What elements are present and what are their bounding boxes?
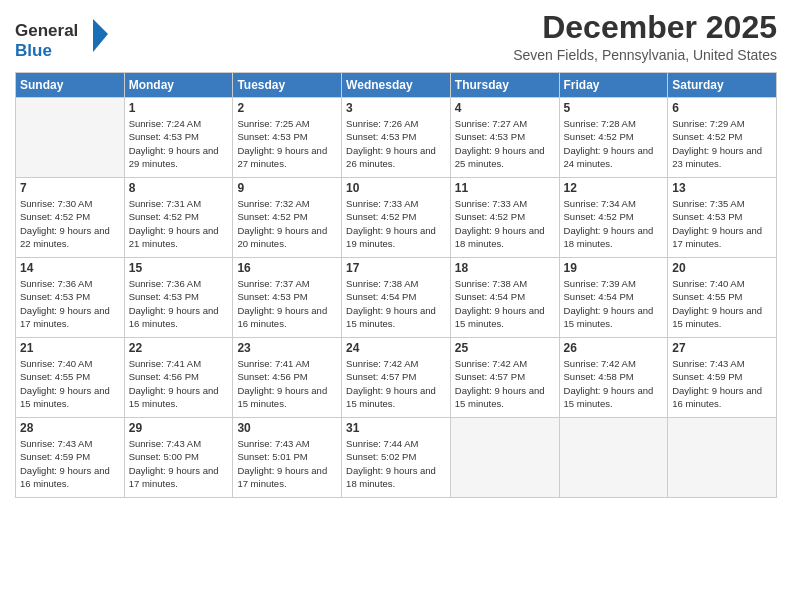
day-number: 19 <box>564 261 664 275</box>
day-info: Sunrise: 7:24 AMSunset: 4:53 PMDaylight:… <box>129 117 229 170</box>
svg-marker-2 <box>93 19 108 52</box>
day-number: 23 <box>237 341 337 355</box>
calendar-week-4: 21Sunrise: 7:40 AMSunset: 4:55 PMDayligh… <box>16 338 777 418</box>
title-block: December 2025 Seven Fields, Pennsylvania… <box>513 10 777 63</box>
day-info: Sunrise: 7:35 AMSunset: 4:53 PMDaylight:… <box>672 197 772 250</box>
location: Seven Fields, Pennsylvania, United State… <box>513 47 777 63</box>
day-info: Sunrise: 7:28 AMSunset: 4:52 PMDaylight:… <box>564 117 664 170</box>
calendar-cell <box>668 418 777 498</box>
day-number: 20 <box>672 261 772 275</box>
day-number: 25 <box>455 341 555 355</box>
calendar-cell: 5Sunrise: 7:28 AMSunset: 4:52 PMDaylight… <box>559 98 668 178</box>
day-number: 14 <box>20 261 120 275</box>
day-number: 29 <box>129 421 229 435</box>
calendar-cell: 3Sunrise: 7:26 AMSunset: 4:53 PMDaylight… <box>342 98 451 178</box>
day-info: Sunrise: 7:39 AMSunset: 4:54 PMDaylight:… <box>564 277 664 330</box>
calendar-cell: 29Sunrise: 7:43 AMSunset: 5:00 PMDayligh… <box>124 418 233 498</box>
day-info: Sunrise: 7:43 AMSunset: 5:01 PMDaylight:… <box>237 437 337 490</box>
day-info: Sunrise: 7:33 AMSunset: 4:52 PMDaylight:… <box>346 197 446 250</box>
col-wednesday: Wednesday <box>342 73 451 98</box>
header-row: Sunday Monday Tuesday Wednesday Thursday… <box>16 73 777 98</box>
day-info: Sunrise: 7:27 AMSunset: 4:53 PMDaylight:… <box>455 117 555 170</box>
col-monday: Monday <box>124 73 233 98</box>
day-number: 7 <box>20 181 120 195</box>
day-info: Sunrise: 7:42 AMSunset: 4:58 PMDaylight:… <box>564 357 664 410</box>
day-info: Sunrise: 7:43 AMSunset: 4:59 PMDaylight:… <box>672 357 772 410</box>
day-number: 5 <box>564 101 664 115</box>
day-number: 15 <box>129 261 229 275</box>
day-info: Sunrise: 7:26 AMSunset: 4:53 PMDaylight:… <box>346 117 446 170</box>
calendar-cell: 4Sunrise: 7:27 AMSunset: 4:53 PMDaylight… <box>450 98 559 178</box>
calendar-week-5: 28Sunrise: 7:43 AMSunset: 4:59 PMDayligh… <box>16 418 777 498</box>
day-number: 8 <box>129 181 229 195</box>
calendar-table: Sunday Monday Tuesday Wednesday Thursday… <box>15 72 777 498</box>
day-number: 28 <box>20 421 120 435</box>
calendar-cell: 31Sunrise: 7:44 AMSunset: 5:02 PMDayligh… <box>342 418 451 498</box>
day-number: 2 <box>237 101 337 115</box>
day-number: 11 <box>455 181 555 195</box>
col-saturday: Saturday <box>668 73 777 98</box>
logo: General Blue <box>15 14 110 66</box>
calendar-cell: 27Sunrise: 7:43 AMSunset: 4:59 PMDayligh… <box>668 338 777 418</box>
calendar-cell: 16Sunrise: 7:37 AMSunset: 4:53 PMDayligh… <box>233 258 342 338</box>
calendar-cell: 24Sunrise: 7:42 AMSunset: 4:57 PMDayligh… <box>342 338 451 418</box>
day-info: Sunrise: 7:38 AMSunset: 4:54 PMDaylight:… <box>455 277 555 330</box>
logo-text: General Blue <box>15 14 110 66</box>
calendar-cell: 17Sunrise: 7:38 AMSunset: 4:54 PMDayligh… <box>342 258 451 338</box>
day-number: 27 <box>672 341 772 355</box>
day-info: Sunrise: 7:38 AMSunset: 4:54 PMDaylight:… <box>346 277 446 330</box>
calendar-cell: 11Sunrise: 7:33 AMSunset: 4:52 PMDayligh… <box>450 178 559 258</box>
day-info: Sunrise: 7:41 AMSunset: 4:56 PMDaylight:… <box>129 357 229 410</box>
calendar-cell: 22Sunrise: 7:41 AMSunset: 4:56 PMDayligh… <box>124 338 233 418</box>
calendar-cell: 28Sunrise: 7:43 AMSunset: 4:59 PMDayligh… <box>16 418 125 498</box>
svg-text:Blue: Blue <box>15 41 52 60</box>
day-info: Sunrise: 7:43 AMSunset: 5:00 PMDaylight:… <box>129 437 229 490</box>
calendar-cell: 10Sunrise: 7:33 AMSunset: 4:52 PMDayligh… <box>342 178 451 258</box>
day-info: Sunrise: 7:25 AMSunset: 4:53 PMDaylight:… <box>237 117 337 170</box>
day-info: Sunrise: 7:40 AMSunset: 4:55 PMDaylight:… <box>672 277 772 330</box>
day-info: Sunrise: 7:37 AMSunset: 4:53 PMDaylight:… <box>237 277 337 330</box>
col-thursday: Thursday <box>450 73 559 98</box>
day-number: 24 <box>346 341 446 355</box>
day-info: Sunrise: 7:29 AMSunset: 4:52 PMDaylight:… <box>672 117 772 170</box>
day-number: 12 <box>564 181 664 195</box>
page-container: General Blue December 2025 Seven Fields,… <box>0 0 792 508</box>
day-number: 22 <box>129 341 229 355</box>
calendar-week-3: 14Sunrise: 7:36 AMSunset: 4:53 PMDayligh… <box>16 258 777 338</box>
day-number: 13 <box>672 181 772 195</box>
day-info: Sunrise: 7:31 AMSunset: 4:52 PMDaylight:… <box>129 197 229 250</box>
day-number: 10 <box>346 181 446 195</box>
calendar-cell <box>450 418 559 498</box>
day-number: 1 <box>129 101 229 115</box>
calendar-cell: 2Sunrise: 7:25 AMSunset: 4:53 PMDaylight… <box>233 98 342 178</box>
day-number: 21 <box>20 341 120 355</box>
calendar-cell: 30Sunrise: 7:43 AMSunset: 5:01 PMDayligh… <box>233 418 342 498</box>
day-info: Sunrise: 7:42 AMSunset: 4:57 PMDaylight:… <box>455 357 555 410</box>
calendar-cell: 13Sunrise: 7:35 AMSunset: 4:53 PMDayligh… <box>668 178 777 258</box>
day-number: 30 <box>237 421 337 435</box>
calendar-week-2: 7Sunrise: 7:30 AMSunset: 4:52 PMDaylight… <box>16 178 777 258</box>
calendar-cell: 23Sunrise: 7:41 AMSunset: 4:56 PMDayligh… <box>233 338 342 418</box>
day-info: Sunrise: 7:36 AMSunset: 4:53 PMDaylight:… <box>20 277 120 330</box>
day-info: Sunrise: 7:43 AMSunset: 4:59 PMDaylight:… <box>20 437 120 490</box>
day-number: 26 <box>564 341 664 355</box>
calendar-cell: 20Sunrise: 7:40 AMSunset: 4:55 PMDayligh… <box>668 258 777 338</box>
day-number: 31 <box>346 421 446 435</box>
calendar-cell: 1Sunrise: 7:24 AMSunset: 4:53 PMDaylight… <box>124 98 233 178</box>
day-info: Sunrise: 7:30 AMSunset: 4:52 PMDaylight:… <box>20 197 120 250</box>
calendar-cell <box>559 418 668 498</box>
month-title: December 2025 <box>513 10 777 45</box>
col-friday: Friday <box>559 73 668 98</box>
calendar-cell: 18Sunrise: 7:38 AMSunset: 4:54 PMDayligh… <box>450 258 559 338</box>
calendar-cell: 25Sunrise: 7:42 AMSunset: 4:57 PMDayligh… <box>450 338 559 418</box>
calendar-cell: 19Sunrise: 7:39 AMSunset: 4:54 PMDayligh… <box>559 258 668 338</box>
calendar-cell: 12Sunrise: 7:34 AMSunset: 4:52 PMDayligh… <box>559 178 668 258</box>
day-info: Sunrise: 7:34 AMSunset: 4:52 PMDaylight:… <box>564 197 664 250</box>
header: General Blue December 2025 Seven Fields,… <box>15 10 777 66</box>
calendar-cell: 9Sunrise: 7:32 AMSunset: 4:52 PMDaylight… <box>233 178 342 258</box>
calendar-cell: 8Sunrise: 7:31 AMSunset: 4:52 PMDaylight… <box>124 178 233 258</box>
calendar-cell: 15Sunrise: 7:36 AMSunset: 4:53 PMDayligh… <box>124 258 233 338</box>
day-number: 4 <box>455 101 555 115</box>
day-number: 6 <box>672 101 772 115</box>
svg-text:General: General <box>15 21 78 40</box>
